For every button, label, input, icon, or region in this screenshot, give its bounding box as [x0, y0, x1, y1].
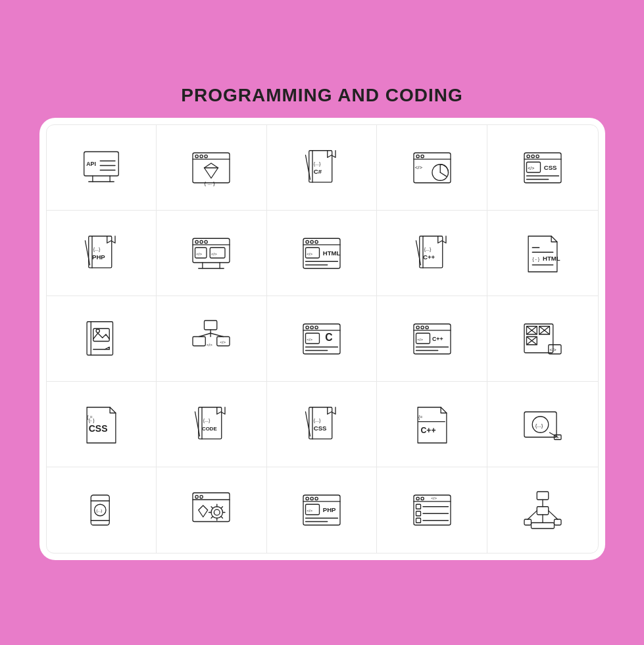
php-book-icon: {...} PHP	[78, 230, 124, 276]
svg-point-91	[306, 326, 309, 328]
svg-point-60	[315, 240, 318, 243]
svg-point-33	[536, 155, 539, 157]
svg-text:{ =: { =	[87, 415, 92, 420]
svg-text:C: C	[325, 331, 332, 342]
svg-text:{...}: {...}	[314, 417, 321, 423]
svg-text:</>: </>	[307, 508, 312, 513]
svg-marker-13	[205, 163, 218, 178]
svg-line-131	[305, 411, 310, 436]
cell-code-flow: </> </>	[157, 296, 267, 382]
svg-line-160	[211, 517, 212, 518]
svg-rect-184	[537, 492, 549, 500]
cell-html-file: { - } HTML	[487, 211, 598, 296]
html-browser-icon: </> HTML	[299, 230, 345, 276]
cell-sitemap	[487, 467, 598, 553]
svg-point-24	[421, 155, 424, 157]
icon-card: API { ... }	[39, 118, 605, 560]
svg-rect-179	[416, 518, 420, 523]
page-title: PROGRAMMING AND CODING	[181, 85, 463, 106]
svg-rect-78	[93, 328, 110, 341]
svg-text:{...}: {...}	[93, 246, 101, 251]
svg-text:CSS: CSS	[543, 163, 557, 170]
svg-point-48	[205, 240, 207, 243]
cpp-browser-icon: </> C++	[409, 316, 455, 362]
svg-point-175	[416, 497, 419, 500]
svg-text:CODE: CODE	[202, 425, 217, 431]
svg-line-86	[211, 333, 224, 336]
svg-text:</>: </>	[555, 436, 560, 439]
svg-point-47	[200, 240, 203, 243]
svg-text:C++: C++	[423, 253, 435, 260]
svg-text:HTML: HTML	[323, 249, 341, 256]
svg-point-102	[421, 326, 424, 328]
html-file-icon: { - } HTML	[520, 230, 566, 276]
svg-point-12	[205, 155, 207, 157]
svg-rect-177	[416, 504, 420, 509]
svg-text:PHP: PHP	[92, 253, 105, 260]
svg-text:{...}: {...}	[96, 508, 102, 513]
svg-point-31	[527, 155, 530, 157]
cell-cpp-book: {...} C++	[377, 211, 487, 296]
svg-text:</>: </>	[307, 251, 312, 255]
csharp-book-icon: {...} C#	[299, 145, 345, 191]
svg-point-79	[96, 329, 99, 332]
cell-csharp-book: {...} C#	[267, 125, 378, 211]
svg-rect-185	[537, 507, 549, 515]
svg-point-103	[426, 326, 428, 328]
svg-rect-81	[205, 321, 217, 330]
svg-point-46	[195, 240, 198, 243]
code-monitor-icon: </> </>	[188, 230, 234, 276]
php-browser-icon: </> PHP	[299, 487, 345, 533]
svg-text:{ ... }: { ... }	[205, 180, 216, 186]
icon-grid: API { ... }	[46, 124, 599, 554]
cell-php-book: {...} PHP	[47, 211, 157, 296]
code-browser-pie-icon: </>	[409, 145, 455, 191]
outer-container: PROGRAMMING AND CODING API	[0, 0, 644, 645]
cell-c-browser: </> C	[267, 296, 378, 382]
cell-mobile-api: {...}	[47, 467, 157, 553]
svg-point-59	[310, 240, 313, 243]
cell-wireframe: </>	[487, 296, 598, 382]
svg-rect-189	[524, 519, 532, 525]
svg-text:CSS: CSS	[314, 424, 327, 431]
svg-text:API: API	[86, 160, 96, 167]
svg-text:</>: </>	[211, 251, 217, 255]
mobile-api-icon: {...}	[78, 487, 124, 533]
svg-line-158	[211, 507, 212, 508]
svg-point-153	[214, 509, 220, 515]
code-flow-icon: </> </>	[188, 316, 234, 362]
svg-rect-178	[416, 511, 420, 516]
svg-text:</>: </>	[431, 496, 437, 500]
svg-text:HTML: HTML	[543, 254, 560, 261]
svg-text:C#: C#	[314, 167, 322, 174]
cell-css-book: {...} CSS	[267, 382, 378, 467]
svg-line-192	[548, 511, 557, 519]
cell-code-monitor: </> </>	[157, 211, 267, 296]
svg-text:C++: C++	[420, 426, 435, 435]
svg-point-166	[310, 497, 313, 500]
svg-point-165	[306, 497, 309, 500]
api-monitor-icon: API	[78, 145, 124, 191]
svg-text:</>: </>	[207, 342, 212, 346]
cell-code-browser-pie: </>	[377, 125, 487, 211]
svg-text:{...}: {...}	[314, 161, 321, 166]
svg-rect-82	[193, 336, 205, 346]
svg-text:</>: </>	[220, 340, 226, 344]
svg-point-93	[315, 326, 318, 328]
svg-line-68	[416, 240, 420, 265]
cpp-file-icon: {= C++	[409, 401, 455, 448]
svg-line-28	[440, 172, 447, 176]
image-editor-icon	[78, 316, 124, 362]
code-list-browser-icon: </>	[409, 487, 455, 533]
svg-point-151	[200, 496, 203, 498]
css-book-icon: {...} CSS	[299, 401, 345, 448]
svg-point-167	[315, 497, 318, 500]
svg-point-11	[200, 155, 203, 157]
svg-text:C++: C++	[432, 335, 443, 342]
svg-point-176	[421, 497, 424, 500]
svg-marker-162	[199, 505, 208, 517]
svg-text:</>: </>	[528, 165, 534, 170]
api-circle-icon: {...} </>	[520, 401, 566, 448]
c-browser-icon: </> C	[299, 316, 345, 362]
svg-line-191	[528, 511, 537, 519]
